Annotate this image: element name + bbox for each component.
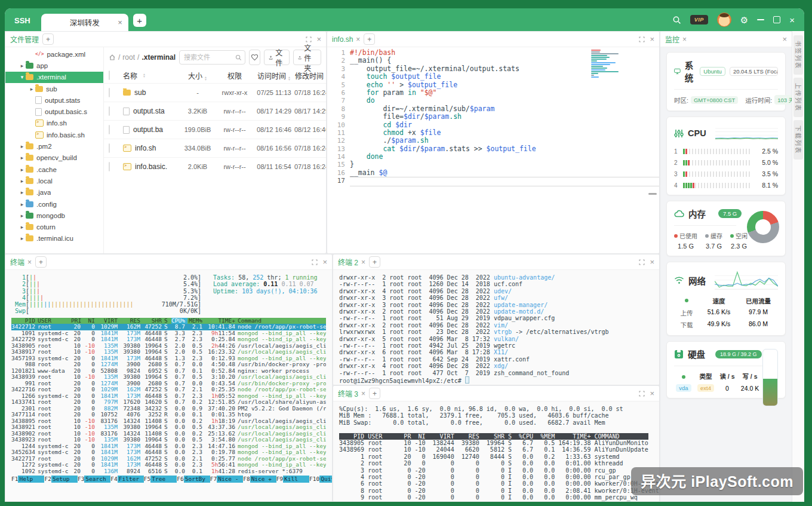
panel-close-icon[interactable]: ×: [316, 35, 321, 44]
row-checkbox[interactable]: [109, 125, 110, 134]
tree-item-mongodb[interactable]: ▸mongodb: [5, 210, 103, 221]
new-session-button[interactable]: +: [133, 14, 146, 27]
dock-tab-上传列表[interactable]: 上传列表: [793, 78, 803, 117]
file-row-sub[interactable]: sub-rwxr-xr-x07/25 11:1307/18 16:24: [104, 83, 326, 102]
column-name[interactable]: 名称▲▼: [123, 70, 180, 81]
tab-file-manager[interactable]: 文件管理: [10, 34, 39, 44]
terminal-1-screen[interactable]: 1[||2.0%]2[|||5.4%]3[|||5.3%]4[||||7.2%]…: [5, 270, 332, 501]
cloud-icon: [674, 210, 684, 217]
panel-close-icon[interactable]: ×: [782, 35, 787, 44]
panel-close-icon[interactable]: ×: [322, 257, 327, 266]
tree-item-output.basic.s[interactable]: output.basic.s: [5, 106, 103, 117]
upload-folder-button[interactable]: 文件夹: [293, 50, 321, 65]
panel-close-icon[interactable]: ×: [650, 257, 654, 266]
row-checkbox[interactable]: [109, 106, 110, 116]
session-tab-close-icon[interactable]: ×: [118, 19, 122, 26]
expand-icon[interactable]: [306, 36, 312, 42]
process-row: 3438917root10-10135M3938019964S2.00.516:…: [11, 349, 326, 355]
column-size[interactable]: 大小▲▼: [180, 70, 215, 81]
tree-item-app[interactable]: ▸app: [5, 60, 103, 71]
row-checkbox[interactable]: [109, 88, 110, 97]
terminal-line: 3438969 root 10 -10 24044 6620 5812 S 6.…: [339, 446, 653, 453]
upload-icon: [298, 54, 302, 61]
file-row-output.ba[interactable]: output.ba199.0BiBrw-r--r--08/12 16:4608/…: [104, 120, 326, 139]
script-icon: [123, 163, 131, 170]
side-dock: 书签列表上传列表下载列表: [792, 31, 804, 502]
terminal-3-screen[interactable]: %Cpu(s): 1.6 us, 1.6 sy, 0.0 ni, 96.8 id…: [333, 401, 659, 501]
memory-title: 内存: [688, 207, 706, 220]
dock-tab-书签列表[interactable]: 书签列表: [793, 35, 803, 75]
expand-icon[interactable]: [639, 259, 645, 265]
column-perm[interactable]: 权限: [215, 70, 254, 81]
file-search-input[interactable]: [183, 53, 233, 62]
folder-icon: [26, 235, 33, 241]
tab-terminal-3[interactable]: 终端 3 ×: [338, 388, 365, 398]
gear-icon[interactable]: ⚙: [740, 16, 748, 24]
tree-item-.cache[interactable]: ▸.cache: [5, 164, 103, 175]
monitor-tab-close-icon[interactable]: ×: [682, 35, 687, 44]
home-icon[interactable]: [109, 54, 116, 61]
tree-item-info.sh[interactable]: info.sh: [5, 118, 103, 129]
memory-legend-已使用: 已使用1.5 G: [674, 231, 697, 250]
process-row: 1266systemd-c2001841M173M46448S0.72.31h0…: [11, 393, 326, 400]
session-tab[interactable]: 深圳转发 ×: [41, 14, 128, 31]
tree-item-.pm2[interactable]: ▸.pm2: [5, 140, 103, 152]
terminal-3-close-icon[interactable]: ×: [361, 390, 365, 398]
file-search-box[interactable]: [179, 50, 245, 65]
dock-tab-下载列表[interactable]: 下载列表: [793, 120, 803, 160]
breadcrumb[interactable]: / root / .xterminal: [109, 53, 176, 62]
terminal-3-new-button[interactable]: +: [369, 388, 380, 399]
breadcrumb-root[interactable]: root: [122, 53, 135, 62]
upload-file-button[interactable]: 文件: [264, 50, 290, 65]
tree-item-info.basic.sh[interactable]: info.basic.sh: [5, 129, 103, 140]
search-icon[interactable]: [672, 16, 681, 24]
minimize-button[interactable]: [757, 19, 764, 20]
code-editor[interactable]: 1234567891011121314151617 #!/bin/bash__m…: [327, 47, 659, 253]
tree-item-.java[interactable]: ▸.java: [5, 187, 103, 198]
maximize-button[interactable]: [773, 16, 780, 23]
terminal-1-close-icon[interactable]: ×: [27, 258, 32, 266]
file-row-output.sta[interactable]: output.sta3.2KiBrw-r--r--08/17 14:2908/1…: [104, 102, 326, 120]
expand-icon[interactable]: [312, 259, 318, 265]
tree-item-coturn[interactable]: ▸coturn: [5, 221, 103, 232]
file-row-info.basic.[interactable]: info.basic.2.0KiBrw-r--r--08/11 16:5407/…: [104, 157, 326, 176]
column-atime[interactable]: 访问时间▲▼: [254, 70, 294, 81]
tree-item-.local[interactable]: ▸.local: [5, 175, 103, 186]
terminal-2-screen[interactable]: drwxr-xr-x 2 root root 4096 Dec 28 2022 …: [333, 270, 659, 385]
terminal-2-new-button[interactable]: +: [369, 256, 380, 268]
favorite-button[interactable]: [249, 50, 260, 65]
row-checkbox[interactable]: [109, 162, 110, 171]
tab-terminal-1[interactable]: 终端 ×: [10, 257, 32, 267]
expand-icon[interactable]: [639, 36, 645, 42]
terminal-1-new-button[interactable]: +: [35, 256, 47, 268]
tree-item-sub[interactable]: ▸sub: [5, 83, 103, 94]
close-button[interactable]: ×: [789, 16, 795, 24]
row-checkbox[interactable]: [109, 143, 110, 153]
tree-item-output.stats[interactable]: output.stats: [5, 94, 103, 106]
terminal-2-close-icon[interactable]: ×: [361, 258, 365, 266]
file-manager-new-tab-button[interactable]: +: [42, 33, 54, 45]
tree-item-.terminal.icu[interactable]: ▸.terminal.icu: [5, 233, 103, 244]
editor-new-tab-button[interactable]: +: [364, 33, 375, 45]
panel-close-icon[interactable]: ×: [650, 35, 654, 44]
select-all-checkbox[interactable]: [109, 70, 110, 80]
editor-tab-close-icon[interactable]: ×: [356, 35, 360, 44]
tree-item-.config[interactable]: ▸.config: [5, 198, 103, 210]
tree-item-opencv_build[interactable]: ▸opencv_build: [5, 152, 103, 164]
column-mtime[interactable]: 修改时间▲▼: [294, 70, 326, 81]
minimap[interactable]: [591, 50, 620, 80]
tab-editor-info-sh[interactable]: info.sh ×: [332, 35, 360, 44]
file-row-info.sh[interactable]: info.sh334.0BiBrw-r--r--08/16 16:5607/18…: [104, 139, 326, 157]
tab-terminal-2[interactable]: 终端 2 ×: [338, 257, 365, 267]
panel-close-icon[interactable]: ×: [650, 389, 654, 398]
tab-monitor[interactable]: 监控 ×: [665, 34, 687, 44]
terminal-line: -rw-r--r-- 1 root root 642 Sep 24 2019 x…: [339, 356, 653, 363]
monitor-panel: 监控 × × 系统 Ubuntu: [660, 32, 792, 501]
expand-icon[interactable]: [639, 391, 645, 397]
process-row: 1272systemd-c2001841M173M46448S0.02.35h5…: [11, 462, 326, 468]
scrollbar-thumb[interactable]: [648, 193, 657, 195]
tree-item-.xterminal[interactable]: ▾.xterminal: [5, 72, 103, 83]
tree-item-package.xml[interactable]: </>package.xml: [5, 48, 103, 60]
vip-badge[interactable]: VIP: [690, 15, 708, 24]
avatar[interactable]: [717, 13, 731, 27]
